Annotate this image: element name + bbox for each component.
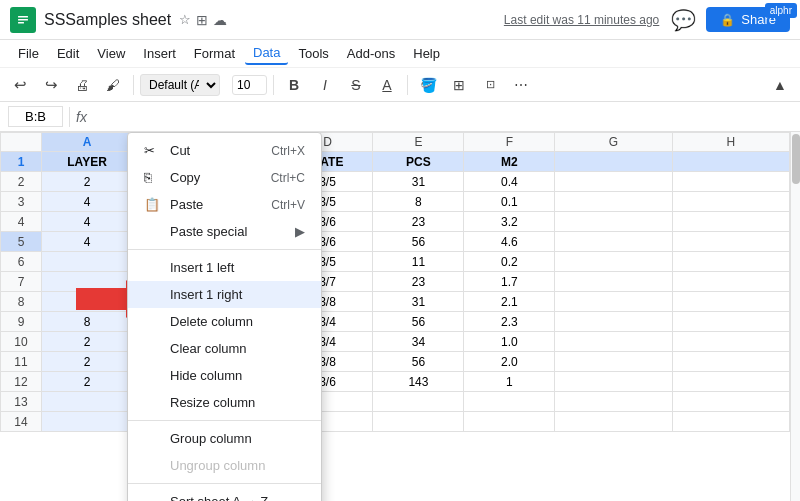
- scroll-thumb[interactable]: [792, 134, 800, 184]
- cell-6-0[interactable]: [42, 252, 133, 272]
- cell-9-6[interactable]: [555, 312, 672, 332]
- ctx-hide-column[interactable]: Hide column: [128, 362, 321, 389]
- menu-format[interactable]: Format: [186, 43, 243, 64]
- cell-11-4[interactable]: 56: [373, 352, 464, 372]
- more-button[interactable]: ⋯: [507, 71, 535, 99]
- font-size-input[interactable]: [232, 75, 267, 95]
- cell-5-5[interactable]: 4.6: [464, 232, 555, 252]
- italic-button[interactable]: I: [311, 71, 339, 99]
- paint-format-button[interactable]: 🖌: [99, 71, 127, 99]
- bold-button[interactable]: B: [280, 71, 308, 99]
- menu-addons[interactable]: Add-ons: [339, 43, 403, 64]
- cloud-icon[interactable]: ☁: [213, 12, 227, 28]
- row-header-6[interactable]: 6: [1, 252, 42, 272]
- strikethrough-button[interactable]: S: [342, 71, 370, 99]
- cell-7-7[interactable]: [672, 272, 789, 292]
- cell-7-6[interactable]: [555, 272, 672, 292]
- row-header-9[interactable]: 9: [1, 312, 42, 332]
- ctx-ungroup-column[interactable]: Ungroup column: [128, 452, 321, 479]
- print-button[interactable]: 🖨: [68, 71, 96, 99]
- cell-4-5[interactable]: 3.2: [464, 212, 555, 232]
- cell-3-5[interactable]: 0.1: [464, 192, 555, 212]
- menu-help[interactable]: Help: [405, 43, 448, 64]
- row-header-3[interactable]: 3: [1, 192, 42, 212]
- cell-3-4[interactable]: 8: [373, 192, 464, 212]
- cell-5-0[interactable]: 4: [42, 232, 133, 252]
- cell-2-7[interactable]: [672, 172, 789, 192]
- header-cell-0[interactable]: LAYER: [42, 152, 133, 172]
- cell-8-5[interactable]: 2.1: [464, 292, 555, 312]
- cell-5-4[interactable]: 56: [373, 232, 464, 252]
- menu-tools[interactable]: Tools: [290, 43, 336, 64]
- cell-6-5[interactable]: 0.2: [464, 252, 555, 272]
- cell-14-0[interactable]: [42, 412, 133, 432]
- row-header-7[interactable]: 7: [1, 272, 42, 292]
- ctx-paste-special[interactable]: Paste special ▶: [128, 218, 321, 245]
- row-header-4[interactable]: 4: [1, 212, 42, 232]
- cell-10-7[interactable]: [672, 332, 789, 352]
- cell-2-5[interactable]: 0.4: [464, 172, 555, 192]
- cell-12-7[interactable]: [672, 372, 789, 392]
- cell-8-7[interactable]: [672, 292, 789, 312]
- header-cell-5[interactable]: M2: [464, 152, 555, 172]
- menu-edit[interactable]: Edit: [49, 43, 87, 64]
- font-family-select[interactable]: Default (Ari...: [140, 74, 220, 96]
- cell-13-5[interactable]: [464, 392, 555, 412]
- cell-5-7[interactable]: [672, 232, 789, 252]
- cell-11-0[interactable]: 2: [42, 352, 133, 372]
- cell-9-4[interactable]: 56: [373, 312, 464, 332]
- menu-file[interactable]: File: [10, 43, 47, 64]
- row-header-5[interactable]: 5: [1, 232, 42, 252]
- col-header-F[interactable]: F: [464, 133, 555, 152]
- header-cell-6[interactable]: [555, 152, 672, 172]
- header-cell-7[interactable]: [672, 152, 789, 172]
- cell-8-6[interactable]: [555, 292, 672, 312]
- cell-3-6[interactable]: [555, 192, 672, 212]
- ctx-clear-column[interactable]: Clear column: [128, 335, 321, 362]
- col-header-E[interactable]: E: [373, 133, 464, 152]
- ctx-resize-column[interactable]: Resize column: [128, 389, 321, 416]
- cell-11-7[interactable]: [672, 352, 789, 372]
- cell-10-5[interactable]: 1.0: [464, 332, 555, 352]
- cell-11-6[interactable]: [555, 352, 672, 372]
- cell-14-7[interactable]: [672, 412, 789, 432]
- row-header-10[interactable]: 10: [1, 332, 42, 352]
- col-header-G[interactable]: G: [555, 133, 672, 152]
- cell-4-7[interactable]: [672, 212, 789, 232]
- cell-12-4[interactable]: 143: [373, 372, 464, 392]
- cell-10-4[interactable]: 34: [373, 332, 464, 352]
- ctx-paste[interactable]: 📋 Paste Ctrl+V: [128, 191, 321, 218]
- vertical-scrollbar[interactable]: [790, 132, 800, 501]
- redo-button[interactable]: ↪: [37, 71, 65, 99]
- ctx-insert-left[interactable]: Insert 1 left: [128, 254, 321, 281]
- fill-color-button[interactable]: 🪣: [414, 71, 442, 99]
- menu-view[interactable]: View: [89, 43, 133, 64]
- cell-9-7[interactable]: [672, 312, 789, 332]
- cell-10-0[interactable]: 2: [42, 332, 133, 352]
- row-header-1[interactable]: 1: [1, 152, 42, 172]
- ctx-delete-column[interactable]: Delete column: [128, 308, 321, 335]
- cell-13-4[interactable]: [373, 392, 464, 412]
- cell-9-5[interactable]: 2.3: [464, 312, 555, 332]
- cell-4-6[interactable]: [555, 212, 672, 232]
- borders-button[interactable]: ⊞: [445, 71, 473, 99]
- cell-6-6[interactable]: [555, 252, 672, 272]
- comment-icon[interactable]: 💬: [671, 8, 696, 32]
- ctx-copy[interactable]: ⎘ Copy Ctrl+C: [128, 164, 321, 191]
- row-header-11[interactable]: 11: [1, 352, 42, 372]
- cell-11-5[interactable]: 2.0: [464, 352, 555, 372]
- cell-2-6[interactable]: [555, 172, 672, 192]
- cell-12-6[interactable]: [555, 372, 672, 392]
- cell-3-0[interactable]: 4: [42, 192, 133, 212]
- row-header-2[interactable]: 2: [1, 172, 42, 192]
- cell-13-0[interactable]: [42, 392, 133, 412]
- merge-button[interactable]: ⊡: [476, 71, 504, 99]
- ctx-insert-right[interactable]: Insert 1 right: [128, 281, 321, 308]
- cell-reference-input[interactable]: [8, 106, 63, 127]
- row-header-8[interactable]: 8: [1, 292, 42, 312]
- row-header-13[interactable]: 13: [1, 392, 42, 412]
- menu-insert[interactable]: Insert: [135, 43, 184, 64]
- collapse-button[interactable]: ▲: [766, 71, 794, 99]
- text-color-button[interactable]: A: [373, 71, 401, 99]
- ctx-cut[interactable]: ✂ Cut Ctrl+X: [128, 137, 321, 164]
